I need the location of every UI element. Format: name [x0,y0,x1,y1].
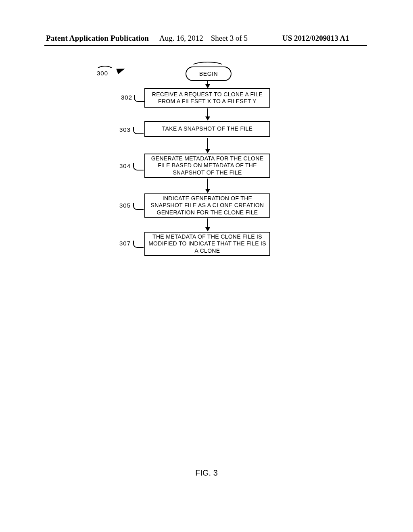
header-middle: Aug. 16, 2012 Sheet 3 of 5 [159,34,248,43]
patent-page: Patent Application Publication Aug. 16, … [0,0,413,532]
flow-step-302-text: RECEIVE A REQUEST TO CLONE A FILE FROM A… [148,91,267,105]
arrow-304-to-305 [207,179,208,192]
flow-step-303-text: TAKE A SNAPSHOT OF THE FILE [162,125,252,133]
arrow-302-to-303 [207,108,208,120]
leader-302-icon [134,95,144,102]
header-sheet: Sheet 3 of 5 [211,34,248,42]
leader-304-icon [133,163,144,170]
flow-step-307: THE METADATA OF THE CLONE FILE IS MODIFI… [144,232,270,256]
arrow-303-to-304 [207,138,208,152]
ref-303: 303 [119,126,131,133]
flow-step-307-text: THE METADATA OF THE CLONE FILE IS MODIFI… [148,233,267,255]
flow-begin-label: BEGIN [199,71,218,77]
flow-step-304: GENERATE METADATA FOR THE CLONE FILE BAS… [144,154,270,178]
arrow-305-to-307 [207,218,208,231]
arc-begin [191,62,225,66]
flow-begin: BEGIN [186,66,232,81]
leader-305-icon [133,203,144,210]
flow-step-304-text: GENERATE METADATA FOR THE CLONE FILE BAS… [148,155,267,177]
flow-step-303: TAKE A SNAPSHOT OF THE FILE [144,121,270,137]
arrow-begin-to-302 [207,80,208,87]
header-date: Aug. 16, 2012 [159,34,203,42]
leader-303-icon [133,127,144,134]
leader-307-icon [133,241,144,248]
ref-304: 304 [119,162,131,169]
ref-300: 300 [97,70,108,77]
header-left: Patent Application Publication [46,34,149,43]
flow-step-305: INDICATE GENERATION OF THE SNAPSHOT FILE… [144,193,270,218]
ref-305: 305 [119,202,131,209]
flow-step-305-text: INDICATE GENERATION OF THE SNAPSHOT FILE… [148,195,267,216]
header-rule [44,45,367,46]
ref-302: 302 [121,94,132,101]
pointer-300-icon [116,66,126,74]
header-pub-number: US 2012/0209813 A1 [282,34,349,43]
flow-step-302: RECEIVE A REQUEST TO CLONE A FILE FROM A… [144,88,270,108]
ref-307: 307 [119,240,131,247]
figure-caption: FIG. 3 [0,468,413,478]
